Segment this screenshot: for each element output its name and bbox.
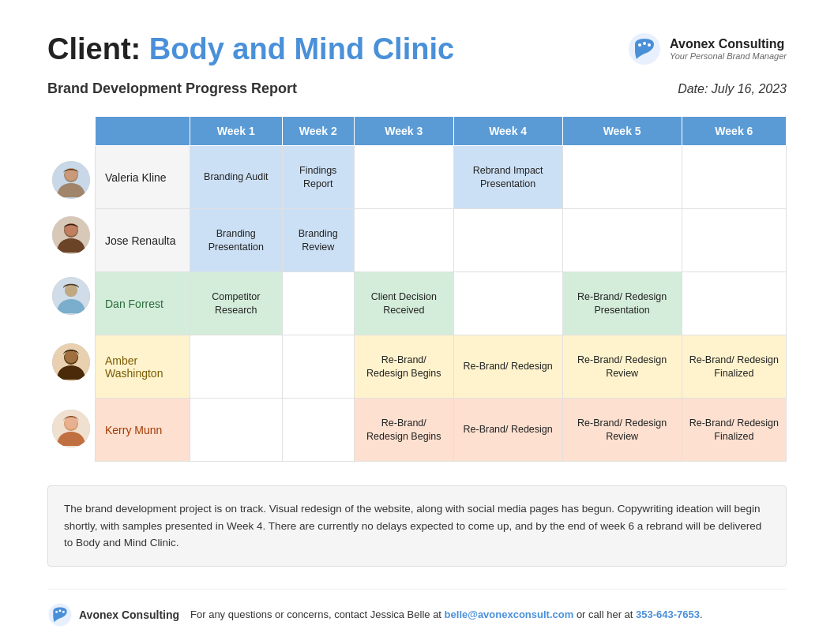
cell-j-w1: Branding Presentation <box>190 209 283 272</box>
svg-point-3 <box>648 43 651 47</box>
avatar-amber <box>47 329 95 395</box>
title-plain: Client: <box>47 32 149 66</box>
report-date: Date: July 16, 2023 <box>678 82 787 96</box>
cell-d-w1: Competitor Research <box>190 272 283 335</box>
table-row: Kerry Munn Re-Brand/ Redesign Begins Re-… <box>96 399 787 462</box>
cell-a-w4: Re-Brand/ Redesign <box>453 335 562 399</box>
footer-period: . <box>700 608 703 620</box>
cell-v-w3 <box>354 146 453 209</box>
avatar-dan <box>47 263 95 329</box>
cell-name-amber: Amber Washington <box>96 335 190 399</box>
cell-a-w1 <box>190 335 283 399</box>
col-week2: Week 2 <box>282 117 354 146</box>
cell-d-w5: Re-Brand/ Redesign Presentation <box>562 272 682 335</box>
cell-d-w2 <box>282 272 354 335</box>
table-row: Jose Renaulta Branding Presentation Bran… <box>96 209 787 272</box>
logo-icon <box>627 32 662 66</box>
cell-k-w3: Re-Brand/ Redesign Begins <box>354 399 453 462</box>
cell-k-w6: Re-Brand/ Redesign Finalized <box>682 399 786 462</box>
cell-name-jose: Jose Renaulta <box>96 209 190 272</box>
svg-point-22 <box>62 611 65 613</box>
table-row: Dan Forrest Competitor Research Client D… <box>96 272 787 335</box>
cell-a-w2 <box>282 335 354 399</box>
title-blue: Body and Mind Clinic <box>149 32 454 66</box>
cell-v-w4: Rebrand Impact Presentation <box>453 146 562 209</box>
cell-k-w2 <box>282 399 354 462</box>
notes-text: The brand development project is on trac… <box>64 503 761 549</box>
page-header: Client: Body and Mind Clinic Avonex Cons… <box>47 32 787 66</box>
cell-v-w6 <box>682 146 786 209</box>
cell-a-w5: Re-Brand/ Redesign Review <box>562 335 682 399</box>
progress-table: Week 1 Week 2 Week 3 Week 4 Week 5 Week … <box>47 116 787 462</box>
cell-j-w4 <box>453 209 562 272</box>
subheader: Brand Development Progress Report Date: … <box>47 80 787 97</box>
avatar-spacer <box>47 116 95 152</box>
logo-name: Avonex Consulting <box>670 37 787 51</box>
cell-v-w2: Findings Report <box>282 146 354 209</box>
footer: Avonex Consulting For any questions or c… <box>47 589 787 627</box>
footer-phone[interactable]: 353-643-7653 <box>636 608 700 620</box>
svg-point-15 <box>65 350 77 363</box>
report-title: Brand Development Progress Report <box>47 80 297 97</box>
logo-text: Avonex Consulting Your Personal Brand Ma… <box>670 37 787 61</box>
cell-a-w3: Re-Brand/ Redesign Begins <box>354 335 453 399</box>
avatar-kerry <box>47 395 95 462</box>
cell-a-w6: Re-Brand/ Redesign Finalized <box>682 335 786 399</box>
page-title: Client: Body and Mind Clinic <box>47 32 454 66</box>
cell-j-w5 <box>562 209 682 272</box>
footer-phone-prefix: or call her at <box>573 608 636 620</box>
footer-contact: For any questions or concerns, contact J… <box>190 608 703 620</box>
cell-d-w6 <box>682 272 786 335</box>
table-row: Valeria Kline Branding Audit Findings Re… <box>96 146 787 209</box>
cell-k-w1 <box>190 399 283 462</box>
schedule-table: Week 1 Week 2 Week 3 Week 4 Week 5 Week … <box>95 116 787 462</box>
cell-v-w5 <box>562 146 682 209</box>
table-row: Amber Washington Re-Brand/ Redesign Begi… <box>96 335 787 399</box>
footer-logo-icon <box>47 602 73 627</box>
footer-logo: Avonex Consulting <box>47 602 179 627</box>
svg-point-12 <box>65 284 77 297</box>
avatar-jose <box>47 208 95 263</box>
cell-j-w6 <box>682 209 786 272</box>
col-week5: Week 5 <box>562 117 682 146</box>
col-week3: Week 3 <box>354 117 453 146</box>
cell-d-w4 <box>453 272 562 335</box>
footer-logo-name: Avonex Consulting <box>79 608 179 621</box>
cell-name-valeria: Valeria Kline <box>96 146 190 209</box>
svg-point-1 <box>638 43 641 47</box>
logo-tagline: Your Personal Brand Manager <box>670 51 787 61</box>
notes-box: The brand development project is on trac… <box>47 485 787 567</box>
col-week1: Week 1 <box>190 117 283 146</box>
cell-k-w4: Re-Brand/ Redesign <box>453 399 562 462</box>
cell-k-w5: Re-Brand/ Redesign Review <box>562 399 682 462</box>
col-name <box>96 117 190 146</box>
cell-name-kerry: Kerry Munn <box>96 399 190 462</box>
col-week6: Week 6 <box>682 117 786 146</box>
cell-name-dan: Dan Forrest <box>96 272 190 335</box>
table-header-row: Week 1 Week 2 Week 3 Week 4 Week 5 Week … <box>96 117 787 146</box>
cell-d-w3: Client Decision Received <box>354 272 453 335</box>
svg-point-2 <box>643 42 646 45</box>
cell-v-w1: Branding Audit <box>190 146 283 209</box>
logo-area: Avonex Consulting Your Personal Brand Ma… <box>627 32 787 66</box>
svg-point-21 <box>59 609 62 612</box>
svg-point-20 <box>55 611 58 613</box>
cell-j-w2: Branding Review <box>282 209 354 272</box>
avatar-column <box>47 116 95 462</box>
footer-email[interactable]: belle@avonexconsult.com <box>445 608 574 620</box>
svg-point-18 <box>65 417 77 429</box>
avatar-valeria <box>47 152 95 208</box>
col-week4: Week 4 <box>453 117 562 146</box>
cell-j-w3 <box>354 209 453 272</box>
footer-contact-text: For any questions or concerns, contact J… <box>190 608 445 620</box>
